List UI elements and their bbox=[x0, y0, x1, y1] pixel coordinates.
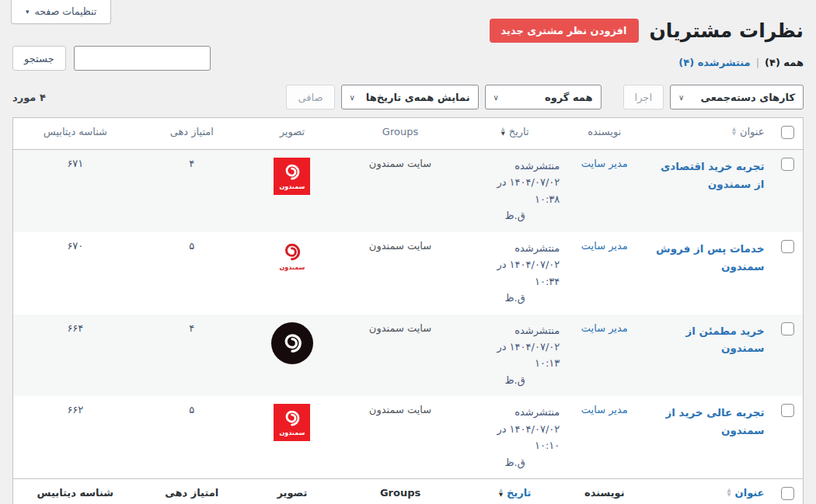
review-title-link[interactable]: خدمات پس از فروش سمندون bbox=[649, 240, 764, 276]
groups-cell: سایت سمندون bbox=[338, 396, 462, 478]
date-filter-select[interactable]: نمایش همه‌ی تاریخ‌ها ∨ bbox=[341, 85, 479, 109]
db-id-cell: ۶۷۱ bbox=[13, 150, 138, 232]
bulk-actions-label: کارهای دسته‌جمعی bbox=[701, 92, 795, 103]
table-row: خرید مطمئن از سمندون مدیر سایت منتشرشده … bbox=[13, 315, 804, 397]
db-id-cell: ۶۶۲ bbox=[13, 396, 138, 478]
rating-column-header: امتیاز دهی bbox=[138, 118, 246, 150]
sort-icon: ▲▼ bbox=[732, 127, 736, 136]
search-input[interactable] bbox=[74, 46, 211, 71]
logo-text: سمندون bbox=[279, 184, 305, 190]
meridiem-text: ق.ظ bbox=[470, 207, 560, 224]
sort-icon: ▲▼ bbox=[499, 488, 503, 497]
item-count: ۴ مورد bbox=[12, 92, 46, 103]
db-id-cell: ۶۶۴ bbox=[13, 315, 138, 397]
swirl-icon bbox=[282, 408, 302, 428]
date-filter-label: نمایش همه‌ی تاریخ‌ها bbox=[366, 92, 470, 103]
caret-down-icon: ▾ bbox=[26, 8, 30, 16]
view-published-link[interactable]: منتشرشده (۴) bbox=[678, 57, 750, 68]
date-cell: منتشرشده ۱۴۰۴/۰۷/۰۲ در ۱۰:۱۰ ق.ظ bbox=[462, 396, 567, 478]
date-cell: منتشرشده ۱۴۰۴/۰۷/۰۲ در ۱۰:۱۳ ق.ظ bbox=[462, 315, 567, 397]
reviews-table: عنوان ▲▼ نویسنده تاریخ ▲▼ Groups تصویر ا… bbox=[12, 117, 804, 504]
db-id-cell: ۶۷۰ bbox=[13, 232, 138, 315]
review-title-link[interactable]: تجربه خرید اقتصادی از سمندون bbox=[649, 158, 764, 193]
filter-button[interactable]: صافی bbox=[286, 85, 334, 109]
view-filter-links: همه (۴)|منتشرشده (۴) bbox=[678, 46, 804, 68]
author-link[interactable]: مدیر سایت bbox=[581, 240, 628, 252]
view-all-link[interactable]: همه (۴) bbox=[765, 57, 804, 68]
sort-by-date-header[interactable]: تاریخ ▲▼ bbox=[501, 126, 529, 137]
search-box: جستجو bbox=[12, 46, 211, 71]
image-column-header: تصویر bbox=[246, 118, 338, 150]
table-footer-row: عنوان ▲▼ نویسنده تاریخ ▲▼ Groups تصویر ا… bbox=[13, 479, 804, 504]
meridiem-text: ق.ظ bbox=[470, 454, 560, 471]
bulk-actions-select[interactable]: کارهای دسته‌جمعی ∨ bbox=[670, 85, 804, 109]
author-link[interactable]: مدیر سایت bbox=[581, 404, 628, 415]
status-badge: منتشرشده bbox=[470, 322, 560, 339]
select-all-checkbox[interactable] bbox=[781, 126, 794, 139]
samandoon-logo-image: سمندون bbox=[274, 158, 310, 195]
db-id-column-header: شناسه دیتابیس bbox=[13, 479, 138, 504]
status-badge: منتشرشده bbox=[470, 240, 560, 256]
screen-options-label: تنظیمات صفحه bbox=[35, 5, 97, 17]
groups-column-header: Groups bbox=[338, 118, 462, 150]
groups-cell: سایت سمندون bbox=[338, 315, 462, 397]
table-row: خدمات پس از فروش سمندون مدیر سایت منتشرش… bbox=[13, 232, 804, 315]
chevron-down-icon: ∨ bbox=[350, 93, 355, 102]
image-column-header: تصویر bbox=[246, 479, 338, 504]
view-separator: | bbox=[756, 57, 759, 68]
review-title-link[interactable]: تجربه عالی خرید از سمندون bbox=[649, 404, 764, 440]
group-filter-select[interactable]: همه گروه ∨ bbox=[485, 85, 602, 109]
db-id-column-header: شناسه دیتابیس bbox=[13, 118, 138, 150]
add-new-review-button[interactable]: افزودن نظر مشتری جدید bbox=[490, 19, 639, 43]
groups-column-header: Groups bbox=[338, 479, 462, 504]
table-header-row: عنوان ▲▼ نویسنده تاریخ ▲▼ Groups تصویر ا… bbox=[13, 118, 804, 150]
samandoon-logo-image: سمندون bbox=[279, 240, 305, 271]
sort-by-title-header[interactable]: عنوان ▲▼ bbox=[732, 126, 765, 137]
rating-cell: ۵ bbox=[138, 396, 246, 478]
date-text: ۱۴۰۴/۰۷/۰۲ در ۱۰:۳۸ bbox=[470, 174, 560, 207]
table-row: تجربه عالی خرید از سمندون مدیر سایت منتش… bbox=[13, 396, 804, 478]
author-column-header: نویسنده bbox=[567, 118, 641, 150]
swirl-icon bbox=[281, 332, 304, 355]
author-link[interactable]: مدیر سایت bbox=[581, 322, 628, 334]
status-badge: منتشرشده bbox=[470, 404, 560, 420]
swirl-icon bbox=[281, 242, 302, 262]
rating-cell: ۴ bbox=[138, 150, 246, 232]
row-checkbox[interactable] bbox=[781, 404, 794, 417]
rating-column-header: امتیاز دهی bbox=[138, 479, 246, 504]
select-all-checkbox[interactable] bbox=[781, 487, 794, 500]
date-text: ۱۴۰۴/۰۷/۰۲ در ۱۰:۱۰ bbox=[470, 421, 560, 454]
table-row: تجربه خرید اقتصادی از سمندون مدیر سایت م… bbox=[13, 150, 804, 232]
status-badge: منتشرشده bbox=[470, 158, 560, 174]
chevron-down-icon: ∨ bbox=[678, 93, 684, 102]
logo-text: سمندون bbox=[279, 265, 305, 271]
swirl-icon bbox=[282, 162, 302, 182]
apply-button[interactable]: اجرا bbox=[623, 85, 664, 109]
samandoon-logo-image bbox=[271, 322, 313, 364]
author-column-header: نویسنده bbox=[567, 479, 641, 504]
date-text: ۱۴۰۴/۰۷/۰۲ در ۱۰:۱۳ bbox=[470, 339, 560, 372]
review-title-link[interactable]: خرید مطمئن از سمندون bbox=[649, 322, 764, 358]
group-filter-label: همه گروه bbox=[545, 92, 593, 103]
date-cell: منتشرشده ۱۴۰۴/۰۷/۰۲ در ۱۰:۳۸ ق.ظ bbox=[462, 150, 567, 232]
screen-options-tab[interactable]: تنظیمات صفحه ▾ bbox=[11, 0, 111, 24]
logo-text: سمندون bbox=[279, 430, 305, 436]
admin-page: نظرات مشتریان افزودن نظر مشتری جدید همه … bbox=[0, 0, 816, 504]
meridiem-text: ق.ظ bbox=[470, 372, 560, 388]
chevron-down-icon: ∨ bbox=[493, 93, 499, 102]
samandoon-logo-image: سمندون bbox=[274, 404, 310, 441]
row-checkbox[interactable] bbox=[781, 158, 794, 171]
sort-icon: ▲▼ bbox=[501, 127, 505, 136]
page-title: نظرات مشتریان bbox=[650, 19, 804, 43]
rating-cell: ۵ bbox=[138, 232, 246, 315]
groups-cell: سایت سمندون bbox=[338, 232, 462, 315]
row-checkbox[interactable] bbox=[781, 240, 794, 253]
sort-by-date-header[interactable]: تاریخ ▲▼ bbox=[499, 487, 532, 499]
search-button[interactable]: جستجو bbox=[12, 46, 66, 71]
author-link[interactable]: مدیر سایت bbox=[581, 158, 628, 169]
sort-icon: ▲▼ bbox=[727, 488, 731, 497]
rating-cell: ۴ bbox=[138, 315, 246, 397]
date-cell: منتشرشده ۱۴۰۴/۰۷/۰۲ در ۱۰:۳۴ ق.ظ bbox=[462, 232, 567, 315]
row-checkbox[interactable] bbox=[781, 322, 794, 335]
sort-by-title-header[interactable]: عنوان ▲▼ bbox=[727, 487, 765, 499]
